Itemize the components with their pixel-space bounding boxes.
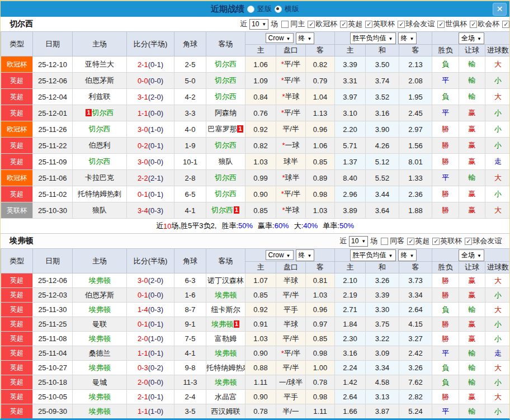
near-label: 近 [339,236,347,246]
final-avg-dropdown[interactable]: 终▼ [398,32,417,44]
card-badge: 1 [234,320,239,328]
match-type-badge: 英超 [1,186,33,202]
away-odds-cell: 0.98 [306,390,335,404]
match-type-badge: 英超 [1,332,33,346]
score-cell: 3-1(2-0) [127,89,174,105]
league-checkbox[interactable]: ✓ [365,21,372,28]
home-odds-cell: 0.85 [245,202,276,219]
handicap-result-cell: 輸 [459,73,485,89]
match-type-badge: 英超 [1,138,33,154]
league-checkbox[interactable]: ✓ [465,238,472,245]
match-row: 英超 25-11-04 桑德兰 1-1(0-1) 4-1 埃弗顿 0.90 *平… [1,346,510,361]
away-team-cell: 切尔西 [206,73,245,89]
result-cell: 勝 [432,186,459,202]
column-header: 客场 [206,32,245,56]
league-checkbox[interactable]: ✓ [432,238,440,245]
league-checkbox[interactable]: ✓ [308,21,315,28]
match-row: 欧冠杯 25-11-26 切尔西 3-0(1-0) 4-0 巴塞罗那1 0.92… [1,121,510,138]
league-checkbox[interactable]: ✓ [437,21,445,28]
league-checkbox[interactable]: ✓ [340,21,347,28]
match-type-badge: 英超 [1,303,33,317]
handicap-cell: *半球 [276,89,306,105]
match-row: 英超 25-10-05 埃弗顿 2-1(0-1) 2-4 水晶宫 0.90 平手… [1,390,510,404]
vertical-layout-radio[interactable] [247,6,254,13]
summary-stat: 单率:50% [323,221,354,231]
avg-draw-cell: 5.52 [366,170,399,186]
match-row: 英超 25-12-06 埃弗顿 3-0(2-0) 6-3 诺丁汉森林 1.07 … [1,273,510,288]
team-label: 桑德兰 [89,349,111,357]
bookmaker-dropdown[interactable]: Crow▼ [266,250,294,260]
avg-away-cell: 2.08 [399,73,432,89]
team-label: 狼队 [219,157,233,166]
score-cell: 3-0(1-0) [127,121,174,138]
result-cell: 勝 [432,288,459,303]
home-team-cell: 伯恩茅斯 [73,73,127,89]
match-type-badge: 英超 [1,390,33,404]
score-cell: 2-2(2-1) [127,170,174,186]
home-team-cell: 埃弗顿 [73,404,127,419]
home-team-cell: 亚特兰大 [73,56,127,73]
league-checkbox[interactable]: ✓ [470,21,477,28]
team-label: 伯恩利 [89,141,111,149]
match-row: 英超 25-11-02 托特纳姆热刺 0-1(0-1) 6-5 切尔西 0.90… [1,186,510,202]
results-table: 类型日期主场比分(半场)角球客场 Crow▼终▼ 胜平负均值▼终▼ 全场▼ 主盘… [1,248,510,419]
team-label: 切尔西 [215,92,237,101]
filter-controls: 近 10▼ 场 同主 ✓欧冠杯✓英超✓英联杯✓球会友谊✓世俱杯✓欧会杯✓英足总杯 [240,19,510,30]
avg-away-cell: 2.42 [399,346,432,361]
away-team-cell: 诺丁汉森林 [206,273,245,288]
final-avg-dropdown[interactable]: 终▼ [398,249,417,261]
date-cell: 25-12-06 [33,273,73,288]
corner-cell: 5-0 [174,73,206,89]
score-cell: 0-2(0-1) [127,138,174,154]
horizontal-layout-radio[interactable] [275,6,282,13]
match-row: 英超 25-11-30 埃弗顿 1-4(0-3) 8-7 纽卡斯尔 0.92 平… [1,303,510,317]
column-subheader: 盘口 [276,262,306,273]
window-title: 近期战绩 [211,4,244,15]
corner-cell: 7-5 [174,332,206,346]
date-cell: 25-10-05 [33,390,73,404]
league-checkbox-label: 欧冠杯 [315,19,337,29]
date-cell: 25-11-22 [33,138,73,154]
handicap-result-cell: 赢 [459,273,485,288]
full-match-dropdown[interactable]: 全场▼ [459,249,484,261]
final-odds-dropdown[interactable]: 终▼ [296,32,315,44]
near-label: 近 [240,19,247,29]
avg-home-cell: 1.84 [335,317,366,332]
league-checkbox[interactable]: ✓ [502,21,509,28]
league-checkbox[interactable]: ✓ [407,238,414,245]
date-cell: 25-11-09 [33,154,73,170]
avg-dropdown[interactable]: 胜平负均值▼ [350,32,396,44]
avg-home-cell: 3.89 [335,202,366,219]
goals-result-cell: 大 [485,170,510,186]
same-venue-checkbox[interactable] [381,238,388,245]
full-match-dropdown[interactable]: 全场▼ [459,32,484,44]
match-count-select[interactable]: 10▼ [349,236,368,247]
column-header: 比分(半场) [127,32,174,56]
league-checkbox[interactable]: ✓ [398,21,405,28]
avg-draw-cell: 3.90 [366,121,399,138]
avg-draw-cell: 4.26 [366,138,399,154]
same-venue-checkbox[interactable] [281,21,289,28]
avg-draw-cell: 3.52 [366,89,399,105]
date-cell: 25-12-10 [33,56,73,73]
away-team-cell: 切尔西 [206,186,245,202]
chevron-down-icon: ▼ [308,36,312,41]
column-header: 主场 [73,249,127,273]
bookmaker-dropdown[interactable]: Crow▼ [266,33,294,43]
chevron-down-icon: ▼ [389,253,393,258]
team-label: 利兹联 [89,92,111,101]
avg-home-cell: 2.19 [335,288,366,303]
team-label: 切尔西 [92,108,114,117]
match-count-select[interactable]: 10▼ [249,19,268,30]
match-row: 英超 25-12-04 利兹联 3-1(2-0) 4-2 切尔西 0.84 *半… [1,89,510,105]
final-odds-dropdown[interactable]: 终▼ [296,249,315,261]
match-row: 英超 25-11-25 曼联 0-1(0-1) 9-1 埃弗顿1 0.91 半球… [1,317,510,332]
avg-dropdown[interactable]: 胜平负均值▼ [350,249,396,261]
handicap-result-cell: 赢 [459,332,485,346]
home-team-cell: 利兹联 [73,89,127,105]
avg-home-cell: 2.24 [335,361,366,375]
match-row: 英联杯 25-10-30 狼队 3-4(0-3) 4-1 切尔西1 0.85 *… [1,202,510,219]
handicap-result-cell: 輸 [459,375,485,390]
close-icon[interactable]: ✕ [493,3,507,16]
home-team-cell: 伯恩茅斯 [73,288,127,303]
